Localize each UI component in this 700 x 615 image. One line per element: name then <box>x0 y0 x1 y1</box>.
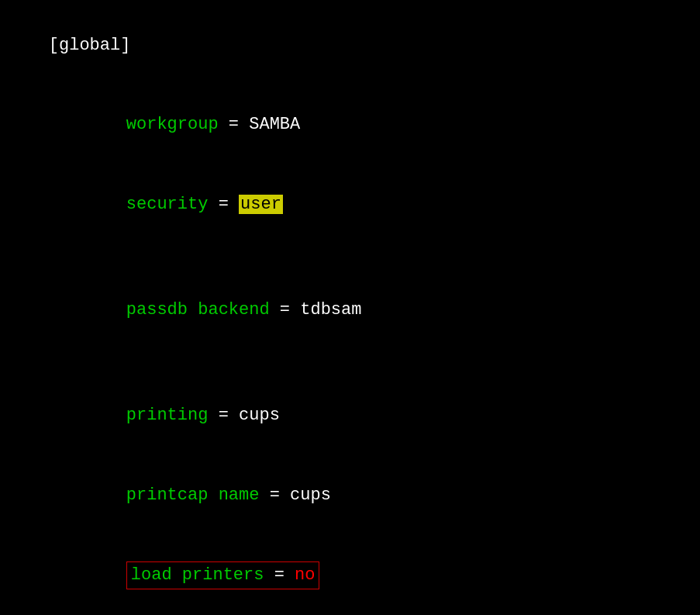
printing-equals: = <box>208 406 239 425</box>
load-printers-box: load printers = no <box>126 561 320 589</box>
security-value: user <box>239 195 283 214</box>
printcap-value: cups <box>290 485 331 505</box>
passdb-line: passdb backend = tdbsam <box>8 271 692 350</box>
printcap-line: printcap name = cups <box>8 456 692 535</box>
load-printers-value: no <box>295 565 315 585</box>
workgroup-line: workgroup = SAMBA <box>8 85 692 164</box>
printcap-equals: = <box>259 485 290 505</box>
passdb-value: tdbsam <box>300 300 361 320</box>
workgroup-equals: = <box>219 115 250 134</box>
printcap-key: printcap name <box>126 485 260 505</box>
printing-line: printing = cups <box>8 376 692 455</box>
security-equals: = <box>208 195 239 214</box>
load-printers-line: load printers = no <box>8 535 692 615</box>
blank-line-1 <box>8 244 692 271</box>
global-header: [global] <box>49 36 131 55</box>
passdb-key: passdb backend <box>126 300 270 320</box>
printing-value: cups <box>239 406 280 425</box>
blank-line-2 <box>8 350 692 376</box>
workgroup-key: workgroup <box>126 115 219 134</box>
security-line: security = user <box>8 165 692 244</box>
security-key: security <box>126 195 209 214</box>
workgroup-value: SAMBA <box>249 115 300 134</box>
passdb-equals: = <box>270 300 301 320</box>
load-printers-key: load printers <box>131 565 264 585</box>
printing-key: printing <box>126 406 209 425</box>
global-header-line: [global] <box>8 6 692 85</box>
code-container: [global] workgroup = SAMBA security = us… <box>0 0 700 615</box>
load-printers-equals: = <box>264 565 295 585</box>
